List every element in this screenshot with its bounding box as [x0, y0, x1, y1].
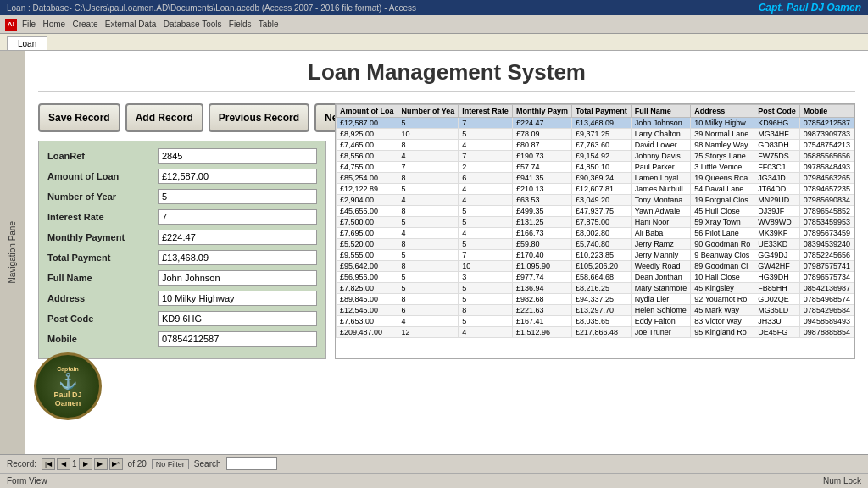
table-row[interactable]: £7,695.0044£166.73£8,002.80Ali Baba56 Pi…: [337, 228, 854, 239]
table-cell: Paul Parker: [631, 162, 691, 173]
table-cell: Joe Truner: [631, 327, 691, 338]
table-cell: £63.53: [512, 195, 571, 206]
table-row[interactable]: £95,642.00810£1,095.90£105,206.20Weedly …: [337, 261, 854, 272]
fields-section: LoanRef 2845 Amount of Loan £12,587.00 N…: [38, 141, 326, 359]
table-cell: £131.25: [512, 217, 571, 228]
table-row[interactable]: £12,587.0057£224.47£13,468.09John Johnso…: [337, 118, 854, 129]
table-cell: 07896545852: [799, 206, 854, 217]
table-cell: 4: [459, 140, 513, 151]
table-cell: £7,465.00: [337, 140, 398, 151]
table-cell: £57.74: [512, 162, 571, 173]
table-row[interactable]: £12,122.8954£210.13£12,607.81James Nutbu…: [337, 184, 854, 195]
logo-badge: Captain ⚓ Paul DJ Oamen: [34, 352, 102, 420]
table-cell: £8,925.00: [337, 129, 398, 140]
add-button[interactable]: Add Record: [125, 103, 203, 132]
table-cell: 90 Goodman Ro: [691, 239, 754, 250]
table-cell: £7,500.00: [337, 217, 398, 228]
new-record-button[interactable]: ▶*: [109, 458, 123, 470]
table-cell: £7,653.00: [337, 316, 398, 327]
interest-value[interactable]: 7: [158, 209, 317, 225]
table-row[interactable]: £8,556.0047£190.73£9,154.92Johnny Davis7…: [337, 151, 854, 162]
table-cell: £7,825.00: [337, 283, 398, 294]
data-table-panel[interactable]: Amount of LoaNumber of YeaInterest RateM…: [335, 103, 855, 359]
postcode-row: Post Code KD9 6HG: [47, 311, 317, 326]
address-value[interactable]: 10 Milky Highway: [158, 291, 317, 306]
table-cell: 45 Kingsley: [691, 283, 754, 294]
table-row[interactable]: £45,655.0085£499.35£47,937.75Yawn Adwale…: [337, 206, 854, 217]
table-cell: £45,655.00: [337, 206, 398, 217]
access-icon: A!: [5, 19, 17, 30]
monthly-value[interactable]: £224.47: [158, 230, 317, 245]
loans-table: Amount of LoaNumber of YeaInterest RateM…: [336, 104, 854, 338]
table-cell: 89 Goodman Cl: [691, 261, 754, 272]
years-value[interactable]: 5: [158, 189, 317, 204]
loanref-label: LoanRef: [47, 151, 158, 161]
col-header: Monthly Paym: [512, 105, 571, 118]
table-cell: £217,866.48: [571, 327, 631, 338]
table-cell: 8: [398, 239, 459, 250]
table-row[interactable]: £85,254.0086£941.35£90,369.24Lamen Loyal…: [337, 173, 854, 184]
table-cell: 5: [398, 250, 459, 261]
form-body: Save Record Add Record Previous Record N…: [38, 103, 855, 359]
table-cell: 3 Little Venice: [691, 162, 754, 173]
table-cell: 6: [398, 305, 459, 316]
title-bar: Loan : Database- C:\Users\paul.oamen.AD\…: [0, 0, 868, 15]
table-cell: 19 Queens Roa: [691, 173, 754, 184]
save-button[interactable]: Save Record: [38, 103, 120, 132]
table-cell: GD83DH: [754, 140, 800, 151]
table-cell: 5: [459, 283, 513, 294]
table-row[interactable]: £5,520.0085£59.80£5,740.80Jerry Ramz90 G…: [337, 239, 854, 250]
first-record-button[interactable]: |◀: [42, 458, 55, 470]
table-cell: 98 Namley Way: [691, 140, 754, 151]
previous-button[interactable]: Previous Record: [209, 103, 309, 132]
record-current: 1: [72, 459, 77, 469]
nav-controls: |◀ ◀ 1 ▶ ▶| ▶*: [42, 458, 123, 470]
table-row[interactable]: £9,555.0057£170.40£10,223.85Jerry Mannly…: [337, 250, 854, 261]
postcode-value[interactable]: KD9 6HG: [158, 311, 317, 326]
filter-badge[interactable]: No Filter: [152, 459, 189, 469]
loanref-value[interactable]: 2845: [158, 148, 317, 164]
logo-line2: Paul DJ: [53, 391, 81, 399]
table-cell: 10 Milky Highw: [691, 118, 754, 129]
amount-value[interactable]: £12,587.00: [158, 169, 317, 184]
total-value[interactable]: £13,468.09: [158, 250, 317, 265]
table-row[interactable]: £209,487.00124£1,512.96£217,866.48Joe Tr…: [337, 327, 854, 338]
amount-label: Amount of Loan: [47, 171, 158, 181]
table-cell: 56 Pilot Lane: [691, 228, 754, 239]
num-lock-label: Num Lock: [823, 476, 861, 485]
table-row[interactable]: £2,904.0044£63.53£3,049.20Tony Montana19…: [337, 195, 854, 206]
table-row[interactable]: £8,925.00105£78.09£9,371.25Larry Chalton…: [337, 129, 854, 140]
table-cell: 8: [398, 294, 459, 305]
table-cell: £58,664.68: [571, 272, 631, 283]
table-cell: £4,755.00: [337, 162, 398, 173]
amount-row: Amount of Loan £12,587.00: [47, 169, 317, 184]
table-cell: 45 Mark Way: [691, 305, 754, 316]
table-cell: 07854212587: [799, 118, 854, 129]
table-row[interactable]: £89,845.0085£982.68£94,337.25Nydia Lier9…: [337, 294, 854, 305]
table-row[interactable]: £4,755.0072£57.74£4,850.10Paul Parker3 L…: [337, 162, 854, 173]
table-row[interactable]: £7,500.0055£131.25£7,875.00Hani Noor59 X…: [337, 217, 854, 228]
table-cell: £90,369.24: [571, 173, 631, 184]
nav-pane[interactable]: Navigation Pane: [0, 51, 25, 454]
search-input[interactable]: [226, 458, 277, 470]
table-row[interactable]: £12,545.0068£221.63£13,297.70Helen Schlo…: [337, 305, 854, 316]
table-row[interactable]: £7,653.0045£167.41£8,035.65Eddy Falton83…: [337, 316, 854, 327]
table-cell: £224.47: [512, 118, 571, 129]
last-record-button[interactable]: ▶|: [94, 458, 108, 470]
fullname-value[interactable]: John Johnson: [158, 270, 317, 286]
table-cell: £209,487.00: [337, 327, 398, 338]
window-title: Loan : Database- C:\Users\paul.oamen.AD\…: [7, 3, 416, 13]
table-cell: 5: [459, 294, 513, 305]
table-cell: 7: [459, 118, 513, 129]
prev-record-button[interactable]: ◀: [57, 458, 70, 470]
table-cell: £977.74: [512, 272, 571, 283]
table-row[interactable]: £7,465.0084£80.87£7,763.60David Lower98 …: [337, 140, 854, 151]
table-row[interactable]: £56,956.0053£977.74£58,664.68Dean Jontha…: [337, 272, 854, 283]
table-row[interactable]: £7,825.0055£136.94£8,216.25Mary Stanmore…: [337, 283, 854, 294]
table-cell: £12,587.00: [337, 118, 398, 129]
address-row: Address 10 Milky Highway: [47, 291, 317, 306]
next-record-button[interactable]: ▶: [79, 458, 92, 470]
mobile-value[interactable]: 07854212587: [158, 331, 317, 347]
table-cell: 4: [459, 228, 513, 239]
loan-tab[interactable]: Loan: [7, 36, 47, 50]
